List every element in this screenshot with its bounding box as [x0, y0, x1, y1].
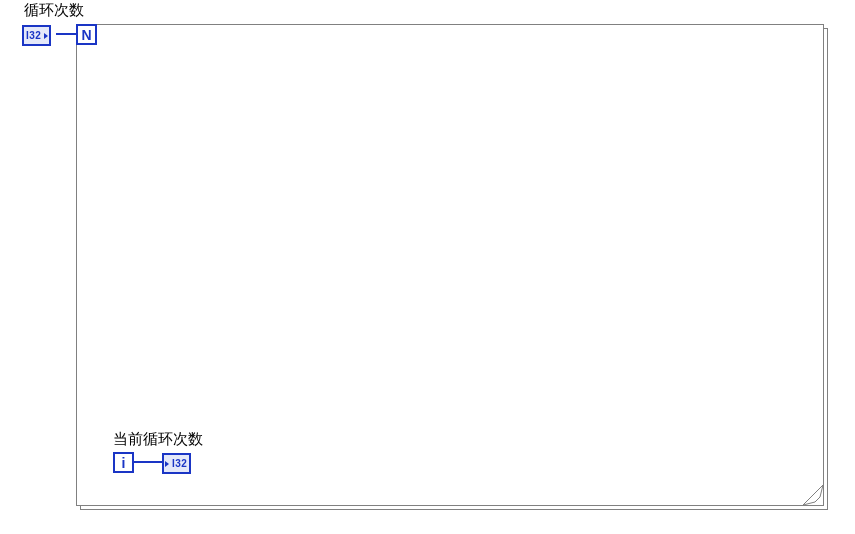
loop-count-terminal[interactable]: N — [76, 24, 97, 45]
block-diagram-canvas[interactable]: 循环次数 I32 N 当前循环次数 i I32 — [0, 0, 855, 534]
current-iteration-indicator[interactable]: I32 — [162, 453, 191, 474]
terminal-letter: N — [81, 27, 91, 43]
current-iteration-label: 当前循环次数 — [113, 431, 203, 446]
loop-count-control[interactable]: I32 — [22, 25, 51, 46]
datatype-text: I32 — [24, 27, 43, 44]
datatype-text: I32 — [170, 455, 189, 472]
wire-count-to-N — [56, 33, 76, 35]
iteration-terminal[interactable]: i — [113, 452, 134, 473]
loop-count-label: 循环次数 — [24, 2, 84, 17]
terminal-letter: i — [122, 455, 126, 471]
control-output-arrow-icon — [43, 27, 49, 44]
page-fold-icon — [803, 485, 823, 505]
wire-i-to-indicator — [134, 461, 162, 463]
